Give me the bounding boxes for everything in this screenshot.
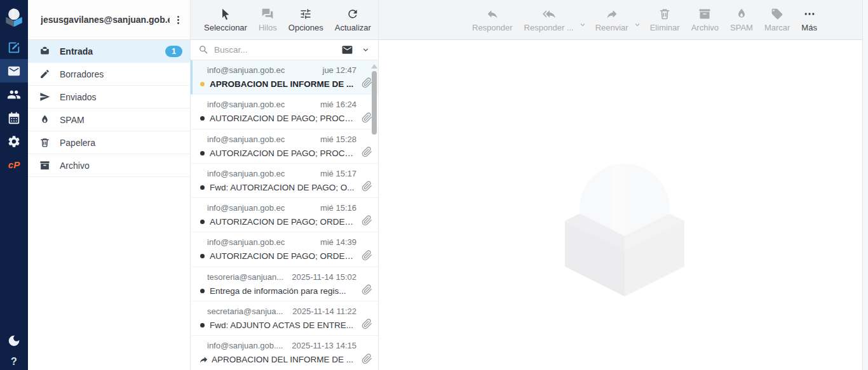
compose-button[interactable] xyxy=(0,36,28,59)
search-options-chevron-icon[interactable] xyxy=(361,45,370,55)
read-dot-icon[interactable] xyxy=(200,289,205,293)
account-email: jesusgavilanes@sanjuan.gob.ec xyxy=(41,15,170,25)
read-dot-icon[interactable] xyxy=(200,151,205,155)
spam-label: SPAM xyxy=(730,23,753,32)
folder-label: Archivo xyxy=(60,161,90,171)
archive-button[interactable]: Archivo xyxy=(686,0,724,39)
threads-label: Hilos xyxy=(259,23,277,32)
delete-button[interactable]: Eliminar xyxy=(644,0,686,39)
folder-inbox[interactable]: Entrada 1 xyxy=(28,40,190,63)
folder-spam[interactable]: SPAM xyxy=(28,109,190,131)
message-sender: secretaria@sanjua... xyxy=(207,307,283,316)
message-subject: AUTORIZACION DE PAGO; ORDEN... xyxy=(210,217,356,227)
select-button[interactable]: Seleccionar xyxy=(198,0,253,39)
options-button[interactable]: Opciones xyxy=(283,0,329,39)
message-date: mié 15:17 xyxy=(320,169,356,178)
message-date: 2025-11-14 15:02 xyxy=(292,272,356,282)
message-row[interactable]: info@sanjuan.gob.ec mié 15:28 AUTORIZACI… xyxy=(191,129,378,164)
account-menu-button[interactable] xyxy=(170,11,186,28)
message-sender: info@sanjuan.gob.ec xyxy=(207,203,285,213)
scroll-up-arrow-icon[interactable] xyxy=(371,64,377,69)
message-date: mié 15:28 xyxy=(320,135,356,144)
message-subject: Fwd: AUTORIZACION DE PAGO; O... xyxy=(210,183,356,192)
message-row[interactable]: info@sanjuan.gob.ec mié 16:24 AUTORIZACI… xyxy=(191,95,378,129)
scrollbar-thumb[interactable] xyxy=(372,71,377,135)
forwarded-status-icon[interactable] xyxy=(199,355,208,364)
reply-button[interactable]: Responder xyxy=(466,0,519,39)
threads-button[interactable]: Hilos xyxy=(253,0,283,39)
message-subject: Entrega de información para regis... xyxy=(210,286,356,296)
app-taskbar: cP ? xyxy=(0,0,28,370)
calendar-nav-button[interactable] xyxy=(0,106,28,129)
folder-sent[interactable]: Enviados xyxy=(28,86,190,109)
archive-box-icon xyxy=(698,8,711,20)
search-bar xyxy=(191,40,378,60)
message-row[interactable]: secretaria@sanjua... 2025-11-14 11:22 Fw… xyxy=(191,301,378,336)
reply-all-label: Responder ... xyxy=(524,23,574,32)
message-sender: info@sanjuan.gob.ec xyxy=(207,100,285,109)
message-row[interactable]: tesoreria@sanjuan... 2025-11-14 15:02 En… xyxy=(191,267,378,301)
paper-plane-icon xyxy=(39,91,50,102)
cpanel-nav-button[interactable]: cP xyxy=(0,153,28,176)
search-scope-mail-icon[interactable] xyxy=(341,44,353,56)
message-row[interactable]: info@sanjuan.gob.ec mié 15:16 AUTORIZACI… xyxy=(191,198,378,232)
forward-button[interactable]: Reenviar xyxy=(590,0,634,39)
message-subject: APROBACION DEL INFORME DE ... xyxy=(210,79,356,89)
message-date: mié 15:16 xyxy=(320,203,356,213)
more-button[interactable]: Más xyxy=(796,0,823,39)
message-subject: APROBACION DEL INFORME DE ... xyxy=(212,355,356,364)
chat-bubbles-icon xyxy=(261,8,274,20)
message-date: mié 14:39 xyxy=(320,237,356,247)
message-row[interactable]: info@sanjuan.gob.... 2025-11-13 14:15 AP… xyxy=(191,336,378,370)
read-dot-icon[interactable] xyxy=(200,254,205,258)
folder-drafts[interactable]: Borradores xyxy=(28,63,190,86)
folder-trash[interactable]: Papelera xyxy=(28,131,190,154)
mark-label: Marcar xyxy=(764,23,790,32)
flame-icon xyxy=(735,8,748,20)
unread-count-badge: 1 xyxy=(165,46,182,57)
message-row[interactable]: info@sanjuan.gob.ec jue 12:47 APROBACION… xyxy=(191,60,378,95)
page-scrollbar[interactable] xyxy=(862,0,868,370)
roundcube-watermark-logo xyxy=(552,147,698,296)
search-input[interactable] xyxy=(214,45,336,55)
reply-all-button[interactable]: Responder ... xyxy=(519,0,580,39)
sliders-icon xyxy=(299,8,312,20)
folder-label: SPAM xyxy=(60,115,85,125)
read-dot-icon[interactable] xyxy=(200,116,205,121)
roundcube-logo-icon xyxy=(0,4,28,28)
settings-nav-button[interactable] xyxy=(0,129,28,153)
message-row[interactable]: info@sanjuan.gob.ec mié 14:39 AUTORIZACI… xyxy=(191,232,378,267)
list-scrollbar[interactable] xyxy=(371,62,377,370)
folder-label: Enviados xyxy=(60,92,97,102)
folder-archive[interactable]: Archivo xyxy=(28,154,190,177)
forward-label: Reenviar xyxy=(595,23,628,32)
select-label: Seleccionar xyxy=(204,23,247,32)
folder-label: Borradores xyxy=(60,69,104,79)
message-subject: AUTORIZACION DE PAGO; ORDEN... xyxy=(210,251,356,261)
folder-sidebar: jesusgavilanes@sanjuan.gob.ec Entrada 1 … xyxy=(28,0,191,370)
mark-button[interactable]: Marcar xyxy=(759,0,796,39)
folder-label: Entrada xyxy=(60,46,93,56)
dark-mode-toggle[interactable] xyxy=(0,329,28,352)
reply-icon xyxy=(486,8,499,20)
folder-label: Papelera xyxy=(60,138,95,148)
message-date: 2025-11-14 11:22 xyxy=(292,307,356,316)
unread-dot-icon[interactable] xyxy=(200,82,205,86)
contacts-nav-button[interactable] xyxy=(0,83,28,106)
reply-all-menu-chevron-icon[interactable] xyxy=(578,20,587,29)
message-sender: info@sanjuan.gob.ec xyxy=(207,237,285,247)
mail-nav-button[interactable] xyxy=(0,59,28,83)
forward-menu-chevron-icon[interactable] xyxy=(633,20,642,29)
read-dot-icon[interactable] xyxy=(200,323,205,327)
account-header: jesusgavilanes@sanjuan.gob.ec xyxy=(28,0,190,40)
spam-button[interactable]: SPAM xyxy=(724,0,759,39)
read-dot-icon[interactable] xyxy=(200,220,205,224)
refresh-button[interactable]: Actualizar xyxy=(329,0,377,39)
message-date: mié 16:24 xyxy=(320,100,356,109)
reply-label: Responder xyxy=(472,23,513,32)
inbox-icon xyxy=(39,46,50,56)
pencil-icon xyxy=(39,69,50,79)
read-dot-icon[interactable] xyxy=(200,185,205,190)
help-button[interactable]: ? xyxy=(0,353,28,370)
message-row[interactable]: info@sanjuan.gob.ec mié 15:17 Fwd: AUTOR… xyxy=(191,164,378,198)
